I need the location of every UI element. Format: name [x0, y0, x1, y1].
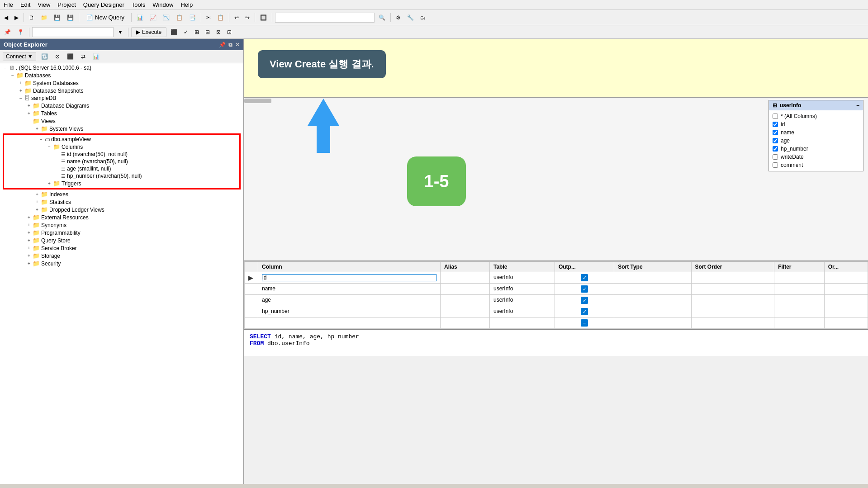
execute-button[interactable]: ▶ Execute [131, 27, 166, 37]
tree-sampledb[interactable]: − 🗄 sampleDB [1, 95, 242, 102]
tree-db-snapshots[interactable]: + 📁 Database Snapshots [1, 87, 242, 95]
grid-column-input[interactable] [262, 308, 436, 314]
tree-databases[interactable]: − 📁 Databases [1, 71, 242, 79]
output-checkbox[interactable]: ✓ [581, 297, 588, 304]
db-selector[interactable] [32, 27, 114, 37]
toolbar-btn-4[interactable]: 💾 [65, 13, 76, 22]
oe-stop-icon[interactable]: ⬛ [65, 52, 76, 61]
copy-button[interactable]: 📋 [215, 13, 226, 22]
new-query-button[interactable]: 📄 New Query [82, 12, 128, 23]
grid-column-input[interactable] [262, 285, 436, 292]
checkbox-comment[interactable] [773, 162, 778, 168]
tree-triggers[interactable]: + 📁 Triggers [5, 180, 238, 187]
checkbox-name[interactable] [773, 130, 778, 135]
parse-button[interactable]: ✓ [181, 28, 190, 37]
grid-cell-output[interactable]: ✓ [555, 284, 614, 295]
tree-programmability[interactable]: + 📁 Programmability [1, 229, 242, 237]
menu-tools[interactable]: Tools [132, 1, 145, 8]
menu-file[interactable]: File [4, 1, 13, 8]
float-icon[interactable]: ⧉ [228, 42, 232, 48]
menu-view[interactable]: View [38, 1, 50, 8]
tree-col-name[interactable]: ☰ name (nvarchar(50), null) [5, 158, 238, 165]
pin-icon[interactable]: 📌 [219, 42, 226, 48]
grid-cell-column[interactable] [258, 284, 441, 295]
tree-tables[interactable]: + 📁 Tables [1, 109, 242, 117]
tree-service-broker[interactable]: + 📁 Service Broker [1, 244, 242, 252]
grid-cell-column[interactable] [258, 272, 441, 284]
tree-indexes[interactable]: + 📁 Indexes [1, 190, 242, 198]
query-text-area[interactable]: View Create 실행 결과. [244, 39, 868, 98]
output-minus[interactable]: − [581, 319, 588, 327]
toolbar-btn-11[interactable]: ⚙ [394, 13, 403, 22]
tree-columns[interactable]: − 📁 Columns [5, 143, 238, 151]
tree-external-resources[interactable]: + 📁 External Resources [1, 213, 242, 221]
grid-cell-output[interactable]: ✓ [555, 306, 614, 317]
oe-report-icon[interactable]: 📊 [90, 52, 102, 61]
tree-views[interactable]: − 📁 Views [1, 117, 242, 125]
forward-button[interactable]: ▶ [12, 13, 21, 22]
tree-col-id[interactable]: ☰ id (nvarchar(50), not null) [5, 151, 238, 158]
toolbar-btn-2[interactable]: 📁 [38, 13, 50, 22]
oe-refresh-icon[interactable]: 🔃 [39, 52, 50, 61]
redo-button[interactable]: ↪ [243, 13, 252, 22]
output-checkbox[interactable]: ✓ [581, 285, 588, 293]
toolbar-btn-6[interactable]: 📈 [147, 13, 159, 22]
menu-edit[interactable]: Edit [20, 1, 30, 8]
back-button[interactable]: ◀ [2, 13, 10, 22]
toolbar-btn-8[interactable]: 📋 [174, 13, 185, 22]
grid-cell-output[interactable]: ✓ [555, 272, 614, 284]
tree-query-store[interactable]: + 📁 Query Store [1, 237, 242, 244]
grid-column-input[interactable] [262, 274, 436, 281]
tree-col-hp[interactable]: ☰ hp_number (nvarchar(50), null) [5, 172, 238, 180]
close-icon[interactable]: ✕ [235, 42, 240, 48]
grid-cell-alias[interactable] [441, 317, 490, 329]
tree-system-databases[interactable]: + 📁 System Databases [1, 79, 242, 87]
tree-db-diagrams[interactable]: + 📁 Database Diagrams [1, 102, 242, 109]
toolbar-btn-17[interactable]: ⊡ [225, 28, 234, 37]
grid-cell-alias[interactable] [441, 272, 490, 284]
toolbar-btn-13[interactable]: 🗂 [418, 13, 428, 22]
toolbar-btn-9[interactable]: 📑 [187, 13, 198, 22]
tree-dropped-ledger[interactable]: + 📁 Dropped Ledger Views [1, 206, 242, 213]
oe-sync-icon[interactable]: ⇄ [79, 52, 88, 61]
horizontal-scrollbar[interactable] [244, 99, 271, 103]
checkbox-writedate[interactable] [773, 154, 778, 160]
tree-statistics[interactable]: + 📁 Statistics [1, 198, 242, 206]
menu-help[interactable]: Help [180, 1, 193, 8]
checkbox-allcols[interactable] [773, 114, 778, 119]
oe-filter-icon[interactable]: ⊘ [53, 52, 62, 61]
menu-query-designer[interactable]: Query Designer [83, 1, 124, 8]
output-checkbox[interactable]: ✓ [581, 274, 588, 281]
userinfo-minimize-btn[interactable]: − [856, 102, 859, 109]
tree-system-views[interactable]: + 📁 System Views [1, 125, 242, 133]
stop-button[interactable]: ⬛ [168, 28, 180, 37]
unpin-button[interactable]: 📍 [15, 28, 26, 37]
toolbar-btn-10[interactable]: 🔲 [258, 13, 269, 22]
checkbox-hp[interactable] [773, 146, 778, 152]
grid-column-input[interactable] [262, 319, 436, 326]
checkbox-age[interactable] [773, 138, 778, 143]
toolbar-btn-7[interactable]: 📉 [161, 13, 172, 22]
tree-server[interactable]: − 🖥 . (SQL Server 16.0.1000.6 - sa) [1, 64, 242, 71]
connect-button[interactable]: Connect ▼ [3, 52, 36, 61]
toolbar-btn-15[interactable]: ⊟ [203, 28, 212, 37]
undo-button[interactable]: ↩ [232, 13, 241, 22]
menu-window[interactable]: Window [152, 1, 173, 8]
toolbar-btn-3[interactable]: 💾 [52, 13, 63, 22]
grid-cell-alias[interactable] [441, 306, 490, 317]
search-input[interactable] [275, 13, 375, 23]
checkbox-id[interactable] [773, 122, 778, 127]
grid-cell-output[interactable]: − [555, 317, 614, 329]
grid-cell-alias[interactable] [441, 295, 490, 306]
toolbar-btn-14[interactable]: ⊞ [192, 28, 201, 37]
grid-cell-alias[interactable] [441, 284, 490, 295]
grid-cell-column[interactable] [258, 306, 441, 317]
pin-button[interactable]: 📌 [2, 28, 13, 37]
menu-project[interactable]: Project [57, 1, 76, 8]
tree-col-age[interactable]: ☰ age (smallint, null) [5, 165, 238, 172]
toolbar-btn-5[interactable]: 📊 [134, 13, 146, 22]
grid-cell-column[interactable] [258, 295, 441, 306]
grid-column-input[interactable] [262, 297, 436, 303]
tree-security[interactable]: + 📁 Security [1, 260, 242, 267]
tree-storage[interactable]: + 📁 Storage [1, 252, 242, 260]
